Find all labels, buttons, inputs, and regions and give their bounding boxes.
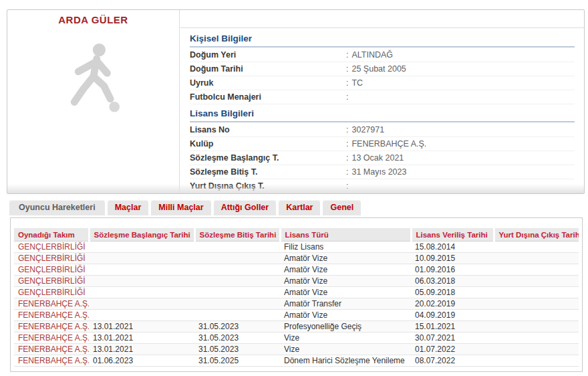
tab-milli-maçlar[interactable]: Milli Maçlar <box>151 200 210 215</box>
team-name-link[interactable]: FENERBAHÇE A.Ş. <box>14 321 89 333</box>
player-name: ARDA GÜLER <box>7 10 179 27</box>
personal-info-value: : <box>346 90 351 104</box>
table-cell <box>194 276 280 287</box>
license-info-value: :FENERBAHÇE A.Ş. <box>346 137 426 151</box>
tab-attığı-goller[interactable]: Attığı Goller <box>214 200 277 215</box>
table-row: GENÇLERBİRLİĞİFiliz Lisans15.08.2014 <box>14 242 579 253</box>
table-cell <box>194 287 280 298</box>
team-name-link[interactable]: GENÇLERBİRLİĞİ <box>14 287 89 298</box>
personal-info-row: Uyruk:TC <box>190 76 575 90</box>
table-cell: 30.07.2021 <box>411 333 494 344</box>
table-cell <box>494 298 579 310</box>
table-cell: 20.02.2019 <box>411 298 494 310</box>
team-name-link[interactable]: FENERBAHÇE A.Ş. <box>14 310 89 321</box>
column-header: Sözleşme Bitiş Tarihi <box>194 228 280 242</box>
column-header: Lisans Veriliş Tarihi <box>411 228 494 242</box>
table-cell: Amatör Vize <box>280 276 411 287</box>
team-name-link[interactable]: GENÇLERBİRLİĞİ <box>14 276 89 287</box>
table-cell <box>494 264 579 276</box>
personal-info-title: Kişisel Bilgiler <box>190 31 575 48</box>
table-cell: Amatör Vize <box>280 287 411 298</box>
table-cell: 04.09.2019 <box>411 310 494 321</box>
personal-info-value: :ALTINDAĞ <box>346 48 393 62</box>
table-cell: 15.08.2014 <box>411 242 494 253</box>
table-cell: 31.05.2025 <box>194 355 280 367</box>
tab-kartlar[interactable]: Kartlar <box>279 200 320 215</box>
tab-genel[interactable]: Genel <box>323 200 361 215</box>
personal-info-value: :25 Şubat 2005 <box>346 62 406 76</box>
table-row: GENÇLERBİRLİĞİAmatör Vize06.03.2018 <box>14 276 579 287</box>
column-header: Yurt Dışına Çıkış Tarihi <box>494 228 579 242</box>
table-row: GENÇLERBİRLİĞİAmatör Vize05.09.2018 <box>14 287 579 298</box>
table-cell <box>494 344 579 355</box>
table-cell: 10.09.2015 <box>411 253 494 264</box>
table-cell <box>494 276 579 287</box>
table-cell <box>194 253 280 264</box>
table-cell <box>89 242 194 253</box>
table-cell <box>89 298 194 310</box>
table-cell: Filiz Lisans <box>280 242 411 253</box>
license-info-value: :31 Mayıs 2023 <box>346 165 406 179</box>
table-cell: 01.09.2016 <box>411 264 494 276</box>
table-row: GENÇLERBİRLİĞİAmatör Vize01.09.2016 <box>14 264 579 276</box>
team-name-link[interactable]: GENÇLERBİRLİĞİ <box>14 242 89 253</box>
table-row: FENERBAHÇE A.Ş.13.01.202131.05.2023Profe… <box>14 321 579 333</box>
table-cell: Profesyonelliğe Geçiş <box>280 321 411 333</box>
license-info-row: Kulüp:FENERBAHÇE A.Ş. <box>190 137 575 151</box>
license-info-label: Sözleşme Başlangıç T. <box>190 153 279 163</box>
table-cell <box>194 298 280 310</box>
license-info-label: Yurt Dışına Çıkış T. <box>190 181 265 191</box>
table-cell: 31.05.2023 <box>194 344 280 355</box>
table-cell <box>494 355 579 367</box>
tab-bar: Oyuncu HareketleriMaçlarMilli MaçlarAttı… <box>9 200 361 215</box>
table-cell: 31.05.2023 <box>194 333 280 344</box>
tab-oyuncu-hareketleri[interactable]: Oyuncu Hareketleri <box>9 200 105 215</box>
license-info-value: : <box>346 179 351 193</box>
license-info-rows: Lisans No:3027971Kulüp:FENERBAHÇE A.Ş.Sö… <box>190 123 575 193</box>
personal-info-rows: Doğum Yeri:ALTINDAĞDoğum Tarihi:25 Şubat… <box>190 48 575 104</box>
table-cell <box>494 333 579 344</box>
team-name-link[interactable]: FENERBAHÇE A.Ş. <box>14 355 89 367</box>
team-name-link[interactable]: GENÇLERBİRLİĞİ <box>14 264 89 276</box>
tab-maçlar[interactable]: Maçlar <box>108 200 149 215</box>
table-cell <box>89 287 194 298</box>
table-cell <box>494 242 579 253</box>
license-history-table: Oynadığı TakımSözleşme Başlangıç TarihiS… <box>14 228 579 367</box>
license-info-label: Kulüp <box>190 139 213 149</box>
personal-info-label: Futbolcu Menajeri <box>190 92 261 102</box>
table-cell: Vize <box>280 333 411 344</box>
table-cell: 31.05.2023 <box>194 321 280 333</box>
license-info-row: Yurt Dışına Çıkış T.: <box>190 179 575 193</box>
table-row: FENERBAHÇE A.Ş.13.01.202131.05.2023Vize3… <box>14 333 579 344</box>
table-row: FENERBAHÇE A.Ş.Amatör Transfer20.02.2019 <box>14 298 579 310</box>
table-cell <box>194 264 280 276</box>
personal-info-label: Doğum Tarihi <box>190 64 243 74</box>
table-cell: 08.07.2022 <box>411 355 494 367</box>
table-cell: 13.01.2021 <box>89 344 194 355</box>
column-header: Oynadığı Takım <box>14 228 89 242</box>
team-name-link[interactable]: GENÇLERBİRLİĞİ <box>14 253 89 264</box>
table-cell <box>494 310 579 321</box>
personal-info-row: Doğum Tarihi:25 Şubat 2005 <box>190 62 575 76</box>
table-cell <box>494 321 579 333</box>
team-name-link[interactable]: FENERBAHÇE A.Ş. <box>14 344 89 355</box>
license-info-row: Lisans No:3027971 <box>190 123 575 137</box>
player-photo-column: ARDA GÜLER <box>7 10 180 193</box>
column-header: Sözleşme Başlangıç Tarihi <box>89 228 194 242</box>
license-info-label: Lisans No <box>190 125 230 134</box>
table-cell: 01.07.2022 <box>411 344 494 355</box>
table-cell <box>89 264 194 276</box>
table-cell <box>89 310 194 321</box>
team-name-link[interactable]: FENERBAHÇE A.Ş. <box>14 333 89 344</box>
table-cell <box>194 310 280 321</box>
table-cell: Dönem Harici Sözleşme Yenileme <box>280 355 411 367</box>
personal-info-label: Uyruk <box>190 78 213 88</box>
personal-info-value: :TC <box>346 76 363 90</box>
table-row: GENÇLERBİRLİĞİAmatör Vize10.09.2015 <box>14 253 579 264</box>
table-row: FENERBAHÇE A.Ş.01.06.202331.05.2025Dönem… <box>14 355 579 367</box>
team-name-link[interactable]: FENERBAHÇE A.Ş. <box>14 298 89 310</box>
license-info-label: Sözleşme Bitiş T. <box>190 167 257 177</box>
player-profile-panel: ARDA GÜLER Kişisel Bilgiler Doğum <box>7 9 585 194</box>
license-info-row: Sözleşme Başlangıç T.:13 Ocak 2021 <box>190 151 575 165</box>
personal-info-label: Doğum Yeri <box>190 50 236 60</box>
